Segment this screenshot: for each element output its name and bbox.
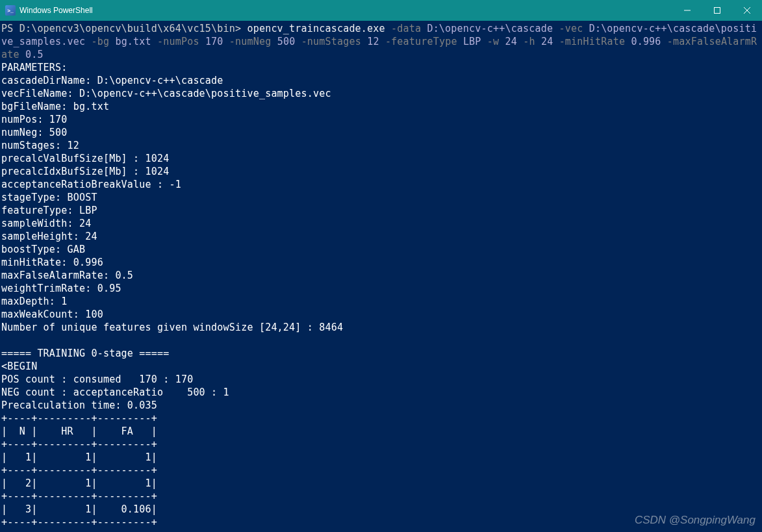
- titlebar-left: >_ Windows PowerShell: [5, 5, 93, 16]
- table-row: | 2| 1| 1|: [1, 477, 157, 489]
- table-separator: +----+---------+---------+: [1, 412, 157, 424]
- output-line: minHitRate: 0.996: [1, 257, 103, 268]
- output-line: Number of unique features given windowSi…: [1, 322, 343, 333]
- table-separator: +----+---------+---------+: [1, 490, 157, 502]
- arg-flag: -data: [391, 23, 421, 34]
- output-line: vecFileName: D:\opencv-c++\cascade\posit…: [1, 88, 331, 99]
- output-line: maxFalseAlarmRate: 0.5: [1, 270, 133, 281]
- output-line: sampleWidth: 24: [1, 218, 91, 229]
- window-title: Windows PowerShell: [19, 6, 93, 15]
- table-separator: +----+---------+---------+: [1, 516, 157, 528]
- output-line: featureType: LBP: [1, 205, 97, 216]
- output-line: maxDepth: 1: [1, 296, 68, 307]
- arg-flag: -featureType: [385, 36, 457, 47]
- output-line: PARAMETERS:: [1, 62, 68, 73]
- arg-flag: -vec: [559, 23, 583, 34]
- output-line: precalcIdxBufSize[Mb] : 1024: [1, 166, 169, 177]
- output-line: weightTrimRate: 0.95: [1, 283, 121, 294]
- arg-flag: -w: [487, 36, 499, 47]
- table-separator: +----+---------+---------+: [1, 464, 157, 476]
- output-line: bgFileName: bg.txt: [1, 101, 109, 112]
- table-row: | 1| 1| 1|: [1, 451, 157, 463]
- table-row: | 3| 1| 0.106|: [1, 503, 157, 515]
- output-line: POS count : consumed 170 : 170: [1, 374, 193, 385]
- output-line: numPos: 170: [1, 114, 68, 125]
- output-line: stageType: BOOST: [1, 192, 97, 203]
- output-line: Precalculation time: 0.035: [1, 399, 157, 411]
- terminal-output[interactable]: PS D:\opencv3\opencv\build\x64\vc15\bin>…: [0, 21, 762, 530]
- arg-flag: -numStages: [301, 36, 361, 47]
- maximize-button[interactable]: [702, 0, 732, 21]
- arg-flag: -numPos: [157, 36, 199, 47]
- output-line: sampleHeight: 24: [1, 231, 97, 242]
- output-line: ===== TRAINING 0-stage =====: [1, 348, 169, 359]
- prompt-path: PS D:\opencv3\opencv\build\x64\vc15\bin>: [1, 23, 241, 34]
- table-separator: +----+---------+---------+: [1, 438, 157, 450]
- arg-value: bg.txt: [115, 36, 151, 47]
- arg-value: 500: [277, 36, 296, 47]
- powershell-icon: >_: [5, 5, 16, 16]
- close-button[interactable]: [732, 0, 762, 21]
- arg-value: 0.996: [631, 36, 661, 47]
- arg-flag: -numNeg: [229, 36, 272, 47]
- arg-value: LBP: [463, 36, 481, 47]
- arg-value: 12: [367, 36, 379, 47]
- output-line: NEG count : acceptanceRatio 500 : 1: [1, 386, 229, 398]
- output-line: numStages: 12: [1, 140, 79, 151]
- table-header: | N | HR | FA |: [1, 425, 157, 437]
- output-line: maxWeakCount: 100: [1, 309, 103, 320]
- command-name: opencv_traincascade.exe: [247, 23, 385, 34]
- minimize-button[interactable]: [672, 0, 702, 21]
- arg-flag: -bg: [91, 36, 109, 47]
- arg-value: 24: [541, 36, 553, 47]
- output-line: cascadeDirName: D:\opencv-c++\cascade: [1, 75, 223, 86]
- output-line: precalcValBufSize[Mb] : 1024: [1, 153, 169, 164]
- titlebar: >_ Windows PowerShell: [0, 0, 762, 21]
- arg-value: 170: [205, 36, 223, 47]
- output-line: <BEGIN: [1, 361, 37, 372]
- arg-value: D:\opencv-c++\cascade: [427, 23, 553, 34]
- arg-flag: -minHitRate: [559, 36, 626, 47]
- arg-value: 0.5: [25, 49, 44, 60]
- arg-flag: -h: [523, 36, 535, 47]
- output-line: acceptanceRatioBreakValue : -1: [1, 179, 181, 190]
- output-line: boostType: GAB: [1, 244, 85, 255]
- output-line: numNeg: 500: [1, 127, 68, 138]
- arg-value: 24: [505, 36, 517, 47]
- window-controls: [672, 0, 762, 21]
- svg-rect-1: [715, 8, 720, 14]
